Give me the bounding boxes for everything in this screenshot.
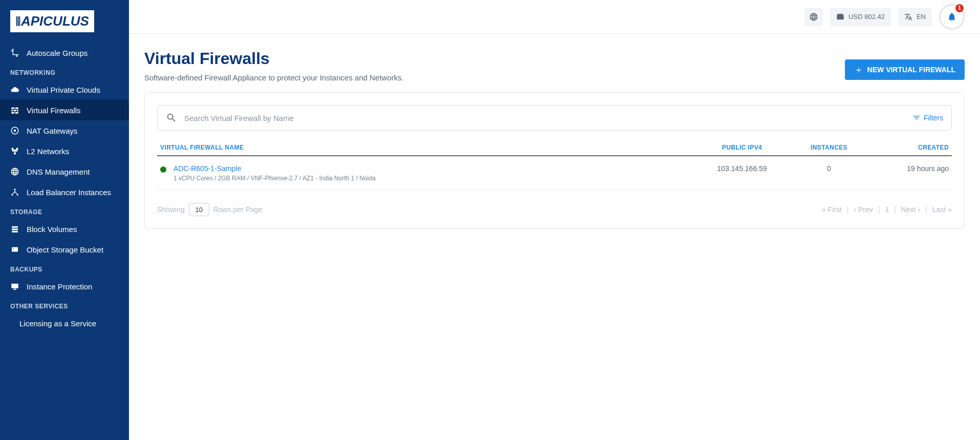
load-balancer-icon <box>10 187 19 197</box>
rows-per-page: Showing 10 Rows per Page <box>157 203 262 216</box>
sidebar-group-other-services: OTHER SERVICES <box>0 297 129 313</box>
sidebar-item-label: NAT Gateways <box>27 127 77 135</box>
sidebar-item-label: Load Balancer Instances <box>27 188 111 197</box>
svg-point-0 <box>14 130 16 132</box>
firewall-ip: 103.145.166.59 <box>696 156 788 191</box>
sidebar-item-nat-gateways[interactable]: NAT Gateways <box>0 120 129 141</box>
sidebar-item-object-storage-bucket[interactable]: Object Storage Bucket <box>0 239 129 260</box>
firewall-created: 19 hours ago <box>870 156 952 191</box>
new-button-label: NEW VIRTUAL FIREWALL <box>867 66 955 74</box>
pager-current: 1 <box>885 205 889 214</box>
sidebar-item-virtual-private-clouds[interactable]: Virtual Private Clouds <box>0 79 129 100</box>
sidebar-item-label: DNS Management <box>27 167 90 176</box>
col-name[interactable]: VIRTUAL FIREWALL NAME <box>157 140 696 156</box>
cloud-icon <box>10 85 19 94</box>
sidebar-item-label: Block Volumes <box>27 225 77 234</box>
translate-icon <box>904 13 912 21</box>
sidebar-item-label: Licensing as a Service <box>19 319 96 328</box>
sidebar-item-label: Instance Protection <box>27 282 92 291</box>
pager-prev[interactable]: ‹ Prev <box>854 205 873 214</box>
search-icon <box>166 112 177 123</box>
sidebar-item-l2-networks[interactable]: L2 Networks <box>0 141 129 161</box>
sidebar-group-backups: BACKUPS <box>0 260 129 276</box>
svg-point-3 <box>17 194 18 196</box>
sidebar-item-label: Object Storage Bucket <box>27 245 103 254</box>
region-button[interactable] <box>804 8 823 26</box>
wallet-button[interactable]: USD 802.42 <box>830 8 891 26</box>
sidebar-group-networking: NETWORKING <box>0 63 129 79</box>
page-title: Virtual Firewalls <box>144 49 404 68</box>
protection-icon <box>10 282 19 291</box>
svg-point-2 <box>11 194 13 196</box>
globe-icon <box>809 12 818 22</box>
search-input[interactable] <box>184 114 905 122</box>
sidebar-item-block-volumes[interactable]: Block Volumes <box>0 219 129 239</box>
page-subtitle: Software-defined Firewall Appliance to p… <box>144 73 404 82</box>
col-instances[interactable]: INSTANCES <box>788 140 870 156</box>
svg-point-8 <box>841 16 842 17</box>
blank-icon <box>10 319 19 328</box>
sidebar-item-label: Virtual Private Clouds <box>27 86 100 94</box>
main-content: USD 802.42 EN 1 Virtual Firewalls Softwa… <box>129 0 980 440</box>
bucket-icon <box>10 245 19 254</box>
rows-suffix: Rows per Page <box>213 205 263 214</box>
page-header: Virtual Firewalls Software-defined Firew… <box>129 34 980 92</box>
rows-select[interactable]: 10 <box>189 203 209 216</box>
svg-rect-5 <box>13 248 14 249</box>
firewall-icon <box>10 106 19 115</box>
notifications-button[interactable]: 1 <box>939 4 965 30</box>
filter-icon <box>912 114 921 122</box>
sidebar-item-label: Virtual Firewalls <box>27 106 81 115</box>
firewall-name-link[interactable]: ADC-R605-1-Sample <box>173 164 376 173</box>
svg-rect-4 <box>12 247 18 252</box>
table-row[interactable]: ADC-R605-1-Sample 1 vCPU Cores / 2GB RAM… <box>157 156 952 191</box>
sidebar-item-load-balancer-instances[interactable]: Load Balancer Instances <box>0 182 129 202</box>
sidebar-item-autoscale-groups[interactable]: Autoscale Groups <box>0 43 129 63</box>
svg-point-1 <box>14 188 16 190</box>
language-button[interactable]: EN <box>898 8 932 26</box>
sidebar-item-instance-protection[interactable]: Instance Protection <box>0 276 129 297</box>
col-created[interactable]: CREATED <box>870 140 952 156</box>
brand-logo[interactable]: ⦀APICULUS <box>0 5 129 43</box>
pagination: « First | ‹ Prev | 1 | Next › | Last » <box>822 205 952 214</box>
list-panel: Filters VIRTUAL FIREWALL NAME PUBLIC IPV… <box>144 92 965 229</box>
filters-label: Filters <box>924 114 943 122</box>
table-footer: Showing 10 Rows per Page « First | ‹ Pre… <box>157 203 952 216</box>
wallet-amount: USD 802.42 <box>848 13 885 20</box>
sidebar-item-dns-management[interactable]: DNS Management <box>0 161 129 182</box>
sidebar-item-label: L2 Networks <box>27 147 69 156</box>
firewall-sub: 1 vCPU Cores / 2GB RAM / VNF-Pfsense-2.7… <box>173 175 376 182</box>
sidebar-group-storage: STORAGE <box>0 202 129 219</box>
pager-first[interactable]: « First <box>822 205 842 214</box>
sidebar-item-virtual-firewalls[interactable]: Virtual Firewalls <box>0 100 129 120</box>
search-bar: Filters <box>157 105 952 131</box>
filters-button[interactable]: Filters <box>912 114 943 122</box>
sidebar: ⦀APICULUS Autoscale Groups NETWORKING Vi… <box>0 0 129 440</box>
col-ip[interactable]: PUBLIC IPV4 <box>696 140 788 156</box>
notification-badge: 1 <box>955 4 964 12</box>
network-icon <box>10 146 19 156</box>
status-dot-running <box>160 166 166 173</box>
autoscale-icon <box>10 48 19 57</box>
svg-rect-6 <box>11 284 18 288</box>
sidebar-item-licensing-as-a-service[interactable]: Licensing as a Service <box>0 313 129 333</box>
firewall-instances: 0 <box>788 156 870 191</box>
globe-icon <box>10 167 19 176</box>
topbar: USD 802.42 EN 1 <box>129 0 980 34</box>
showing-label: Showing <box>157 205 185 214</box>
wallet-icon <box>836 13 844 21</box>
pager-next[interactable]: Next › <box>901 205 920 214</box>
sidebar-item-label: Autoscale Groups <box>27 49 88 57</box>
volume-icon <box>10 224 19 234</box>
new-virtual-firewall-button[interactable]: ＋ NEW VIRTUAL FIREWALL <box>845 59 965 80</box>
plus-icon: ＋ <box>854 64 863 76</box>
pager-last[interactable]: Last » <box>932 205 952 214</box>
firewalls-table: VIRTUAL FIREWALL NAME PUBLIC IPV4 INSTAN… <box>157 140 952 191</box>
gateway-icon <box>10 126 19 135</box>
language-label: EN <box>917 13 926 20</box>
